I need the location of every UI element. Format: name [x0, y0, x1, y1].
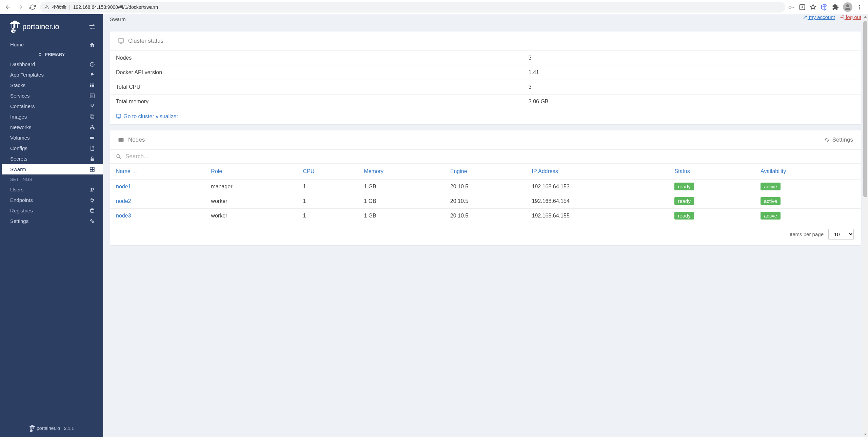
cluster-status-table: Nodes3Docker API version1.41Total CPU3To… [110, 50, 861, 109]
sidebar-item-home[interactable]: Home [0, 39, 103, 50]
extension-cube-icon[interactable] [821, 3, 828, 11]
svg-rect-18 [91, 116, 94, 119]
my-account-link[interactable]: my account [803, 14, 835, 20]
status-row: Total CPU3 [110, 80, 861, 95]
sidebar-item-label: Users [10, 187, 23, 192]
sitemap-icon [90, 125, 96, 130]
sidebar-item-swarm[interactable]: Swarm [0, 164, 103, 174]
svg-point-9 [13, 30, 15, 32]
cogs-icon [90, 218, 96, 224]
portainer-footer-icon [29, 425, 35, 432]
svg-point-40 [117, 154, 120, 158]
extensions-icon[interactable] [832, 4, 839, 11]
table-row: node3worker11 GB20.10.5192.168.64.155rea… [110, 209, 861, 223]
sidebar-item-label: App Templates [10, 72, 44, 78]
svg-rect-28 [90, 169, 92, 171]
menu-icon[interactable] [856, 4, 863, 10]
status-value: 3.06 GB [523, 95, 861, 109]
log-out-link[interactable]: log out [840, 14, 861, 20]
column-role[interactable]: Role [207, 164, 299, 180]
availability-badge: active [761, 183, 781, 190]
sidebar-item-secrets[interactable]: Secrets [0, 153, 103, 164]
sidebar-item-services[interactable]: Services [0, 90, 103, 101]
sidebar-item-label: Endpoints [10, 197, 33, 203]
lock-icon [90, 156, 96, 162]
translate-icon[interactable] [799, 4, 806, 11]
sidebar-item-volumes[interactable]: Volumes [0, 132, 103, 143]
column-cpu[interactable]: CPU [299, 164, 360, 180]
sidebar-item-label: Swarm [10, 166, 26, 172]
node-link[interactable]: node1 [116, 184, 131, 189]
search-input[interactable] [125, 153, 855, 160]
svg-point-30 [91, 188, 92, 189]
svg-point-34 [93, 221, 94, 223]
svg-rect-16 [92, 86, 94, 87]
address-bar[interactable]: 不安全 | 192.168.64.153:9000/#!/1/docker/sw… [40, 2, 785, 13]
items-per-page-select[interactable]: 10 [828, 229, 854, 240]
svg-point-6 [11, 28, 16, 33]
svg-point-2 [846, 4, 849, 7]
status-label: Total CPU [110, 80, 523, 95]
sidebar-item-label: Stacks [10, 82, 25, 88]
sidebar-item-registries[interactable]: Registries [0, 205, 103, 216]
home-icon [90, 42, 96, 47]
node-link[interactable]: node3 [116, 213, 131, 218]
reload-button[interactable] [28, 2, 37, 12]
back-button[interactable] [3, 2, 13, 12]
sidebar-item-label: Images [10, 114, 27, 120]
column-memory[interactable]: Memory [360, 164, 446, 180]
cluster-status-panel: Cluster status Nodes3Docker API version1… [110, 32, 861, 124]
status-badge: ready [674, 183, 694, 190]
panel-title: Nodes [128, 137, 145, 143]
wrench-icon [803, 15, 808, 20]
profile-avatar[interactable] [843, 2, 852, 12]
sidebar: portainer.io Home PRIMARYDashboardApp Te… [0, 14, 103, 437]
breadcrumb: Swarm [110, 14, 126, 25]
sidebar-item-dashboard[interactable]: Dashboard [0, 59, 103, 69]
sidebar-item-containers[interactable]: Containers [0, 101, 103, 111]
status-label: Docker API version [110, 65, 523, 80]
logo[interactable]: portainer.io [9, 20, 59, 33]
settings-section: SETTINGS [0, 174, 103, 184]
svg-point-4 [859, 6, 860, 7]
table-row: node1manager11 GB20.10.5192.168.64.153re… [110, 180, 861, 194]
nodes-settings-button[interactable]: Settings [824, 137, 853, 143]
star-icon[interactable] [810, 4, 816, 11]
forward-button[interactable] [16, 2, 25, 12]
sidebar-item-users[interactable]: Users [0, 184, 103, 195]
dashboard-icon [90, 62, 96, 67]
primary-section: PRIMARY [0, 50, 103, 59]
column-status[interactable]: Status [670, 164, 756, 180]
sidebar-toggle-icon[interactable] [89, 24, 96, 29]
nav: Home PRIMARYDashboardApp TemplatesStacks… [0, 39, 103, 420]
sidebar-item-settings[interactable]: Settings [0, 216, 103, 226]
sidebar-item-app-templates[interactable]: App Templates [0, 69, 103, 80]
key-icon[interactable] [788, 4, 795, 11]
portainer-logo-icon [9, 20, 20, 33]
svg-rect-12 [92, 83, 94, 84]
sidebar-item-configs[interactable]: Configs [0, 143, 103, 153]
column-ip-address[interactable]: IP Address [528, 164, 671, 180]
column-name[interactable]: Name ↓↑ [110, 164, 207, 180]
sidebar-item-networks[interactable]: Networks [0, 122, 103, 132]
cubes-icon [90, 104, 96, 109]
sidebar-item-label: Registries [10, 208, 33, 213]
hdd-icon [90, 135, 96, 141]
nodes-table: Name ↓↑RoleCPUMemoryEngineIP AddressStat… [110, 163, 861, 223]
clone-icon [90, 114, 96, 120]
cluster-visualizer-link[interactable]: Go to cluster visualizer [110, 109, 861, 124]
svg-rect-29 [93, 169, 94, 171]
sidebar-item-stacks[interactable]: Stacks [0, 80, 103, 90]
sidebar-item-label: Containers [10, 103, 35, 109]
column-engine[interactable]: Engine [446, 164, 528, 180]
hdd-icon [118, 138, 124, 142]
node-link[interactable]: node2 [116, 198, 131, 204]
svg-point-24 [93, 138, 94, 138]
sidebar-item-endpoints[interactable]: Endpoints [0, 195, 103, 205]
logo-text: portainer.io [22, 22, 59, 31]
scrollbar[interactable] [863, 14, 868, 437]
column-availability[interactable]: Availability [756, 164, 861, 180]
svg-point-32 [91, 208, 94, 210]
sidebar-item-images[interactable]: Images [0, 111, 103, 122]
scrollbar-thumb[interactable] [863, 21, 867, 197]
